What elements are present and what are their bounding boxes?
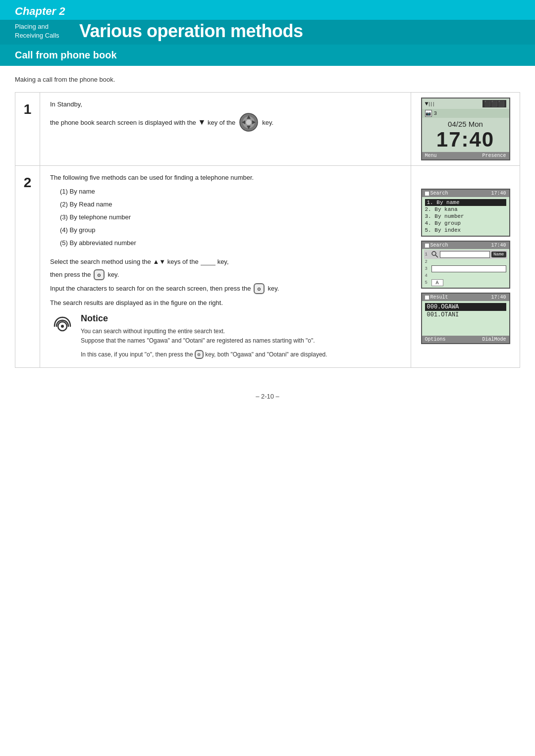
presence-button: Presence (482, 153, 506, 158)
chapter-sub: Placing and Receiving Calls Various oper… (0, 20, 535, 45)
input-text1: Input the characters to search for on th… (50, 283, 251, 294)
nav-key-icon (239, 113, 258, 132)
section-bar: Call from phone book (0, 45, 535, 66)
input-text2: key. (268, 283, 279, 294)
notice-line-2: Suppose that the names "Ogawa" and "Oota… (81, 336, 327, 346)
svg-point-9 (432, 252, 436, 255)
notification-bar: 📷 3 (422, 109, 509, 118)
result-item-2: 001.OTANI (425, 311, 506, 319)
standby-footer: Menu Presence (422, 152, 509, 159)
method-2: (2) By Read name (60, 198, 401, 211)
step-1-body: In Standby, the phone book search screen… (40, 93, 411, 165)
result-spacer (425, 319, 506, 334)
search-item-2: 2. By kana (425, 206, 506, 213)
search2-body: 1 Name 2 3 (422, 249, 509, 288)
search-icon (431, 251, 438, 258)
result-text: The search results are displayed as in t… (50, 299, 401, 306)
search-item-4: 4. By group (425, 220, 506, 227)
search-item-1: 1. By name (425, 199, 506, 206)
step-1-text-suffix: key. (262, 119, 273, 126)
step-1-inline: the phone book search screen is displaye… (50, 113, 401, 132)
result-footer: Options DialMode (422, 336, 509, 343)
svg-point-2 (246, 119, 252, 125)
signal-icon: ▼||| (425, 101, 434, 107)
chapter-label: Chapter 2 (15, 5, 65, 18)
search-item-3: 3. By number (425, 213, 506, 220)
battery-icon: ⬛⬛⬛ (482, 100, 506, 107)
search-screen-2: Search 17:40 1 Name 2 (421, 241, 510, 289)
notice-text: You can search without inputting the ent… (81, 327, 327, 359)
step-2-intro: The following five methods can be used f… (50, 174, 401, 181)
step-2-side: Search 17:40 1. By name 2. By kana 3. By… (411, 166, 520, 367)
search-item-5: 5. By index (425, 227, 506, 234)
content-area: Making a call from the phone book. 1 In … (0, 66, 535, 378)
notice-box: Notice You can search without inputting … (50, 313, 401, 359)
options-button: Options (425, 337, 446, 342)
step-2-number: 2 (15, 166, 40, 367)
notification-count: 3 (434, 110, 437, 116)
search-header-2: Search 17:40 (422, 242, 509, 249)
notice-content: Notice You can search without inputting … (81, 313, 327, 359)
standby-date: 04/25 Mon (422, 118, 509, 128)
select-text1: Select the search method using the ▲▼ ke… (50, 256, 199, 267)
row-num-1: 1 (425, 252, 430, 257)
row-num-5: 5 (425, 280, 430, 285)
row-num-2: 2 (425, 259, 430, 264)
search2-row-1: 1 Name (424, 250, 507, 259)
select-text2: key, (217, 256, 229, 267)
A-label: A (431, 279, 443, 286)
search2-row-4: 4 (424, 273, 507, 279)
standby-screen: ▼||| ⬛⬛⬛ 📷 3 04/25 Mon 17:40 Menu Presen… (421, 98, 510, 160)
svg-point-8 (61, 325, 64, 328)
result-body: 000.OGAWA 001.OTANI (422, 301, 509, 336)
row-num-4: 4 (425, 273, 430, 278)
step-2-select: Select the search method using the ▲▼ ke… (50, 256, 401, 294)
search-header-1: Search 17:40 (422, 190, 509, 197)
result-item-1: 000.OGAWA (425, 303, 506, 311)
ok-key-2: ⊙ (254, 283, 265, 294)
method-5: (5) By abbreviated number (60, 237, 401, 250)
page-footer: – 2-10 – (0, 378, 535, 410)
method-1: (1) By name (60, 185, 401, 198)
menu-button: Menu (425, 153, 437, 158)
standby-time: 17:40 (422, 128, 509, 152)
then-press-text: then press the (50, 269, 91, 280)
placing-label: Placing and Receiving Calls (15, 22, 74, 40)
search-body-1: 1. By name 2. By kana 3. By number 4. By… (422, 197, 509, 236)
result-screen: Result 17:40 000.OGAWA 001.OTANI Options… (421, 293, 510, 344)
notice-title: Notice (81, 313, 327, 324)
intro-text: Making a call from the phone book. (15, 76, 520, 83)
search-screen-1: Search 17:40 1. By name 2. By kana 3. By… (421, 189, 510, 237)
search-text-field (431, 265, 506, 272)
search2-row-5: 5 A (424, 279, 507, 287)
result-header: Result 17:40 (422, 294, 509, 301)
svg-line-10 (435, 255, 438, 257)
page-title: Various operation methods (79, 21, 303, 42)
step-2-list: (1) By name (2) By Read name (3) By tele… (50, 185, 401, 250)
search-input-field (440, 251, 490, 258)
dialmode-button: DialMode (482, 337, 506, 342)
step-1-number: 1 (15, 93, 40, 165)
search2-row-2: 2 (424, 259, 507, 265)
step-1-text-prefix: In Standby, (50, 101, 401, 108)
notice-line-3: In this case, if you input "o", then pre… (81, 350, 327, 359)
step-2-body: The following five methods can be used f… (40, 166, 411, 367)
step-1: 1 In Standby, the phone book search scre… (15, 92, 520, 166)
select-instruction: Select the search method using the ▲▼ ke… (50, 256, 401, 267)
input-instruction: Input the characters to search for on th… (50, 283, 401, 294)
notice-icon (51, 314, 74, 338)
ok-key-notice: ⊙ (195, 350, 204, 359)
notice-icon-container (50, 313, 75, 338)
key-text: key. (107, 269, 119, 280)
search2-row-3: 3 (424, 265, 507, 273)
then-press-line: then press the ⊙ key. (50, 269, 401, 280)
method-3: (3) By telephone number (60, 211, 401, 224)
key-placeholder-1 (201, 258, 215, 265)
row-num-3: 3 (425, 266, 430, 271)
standby-header: ▼||| ⬛⬛⬛ (422, 99, 509, 109)
page-number: – 2-10 – (256, 393, 279, 400)
name-label: Name (491, 252, 506, 257)
notice-line-1: You can search without inputting the ent… (81, 327, 327, 336)
ok-key-1: ⊙ (94, 269, 105, 280)
step-2: 2 The following five methods can be used… (15, 166, 520, 368)
